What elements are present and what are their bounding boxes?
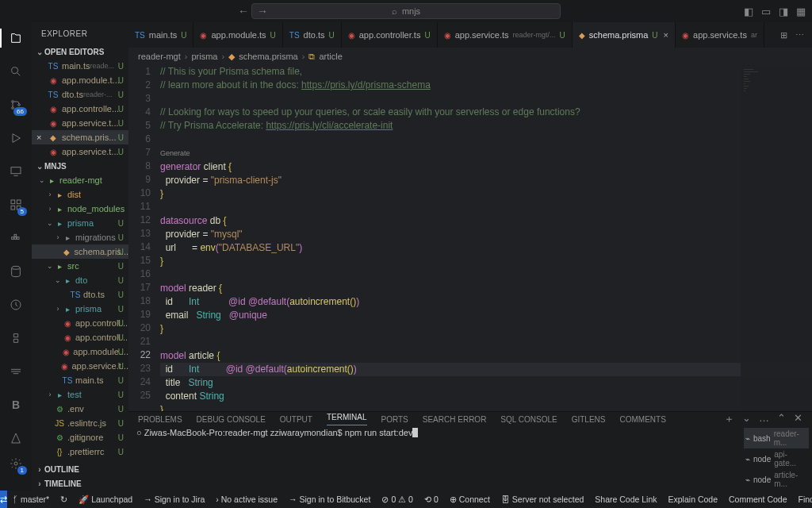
containers-icon[interactable]	[6, 362, 25, 381]
open-editor-item[interactable]: TSmain.ts reade...U	[32, 59, 128, 73]
terminal-instance[interactable]: ⌁ bash reader-m...	[744, 428, 809, 448]
settings-icon[interactable]: 1	[6, 454, 25, 473]
tree-item[interactable]: ◉app.controll...U	[32, 316, 128, 330]
open-editors-header[interactable]: ⌄OPEN EDITORS	[32, 44, 128, 59]
extensions-icon[interactable]: 5	[6, 195, 25, 214]
open-editor-item[interactable]: TSdto.ts reader-...U	[32, 87, 128, 102]
connect[interactable]: ⊕ Connect	[444, 495, 496, 504]
bitbucket-signin[interactable]: → Sign in to Bitbucket	[283, 495, 376, 504]
sync-button[interactable]: ↻	[55, 495, 73, 504]
terminal[interactable]: ○ Ziwas-MacBook-Pro:reader-mgt zziwaraym…	[128, 426, 741, 491]
layout-customize-icon[interactable]: ▦	[796, 6, 806, 17]
tree-item[interactable]: ◉nest-cli.jsonU	[32, 459, 128, 462]
tree-item[interactable]: TSmain.tsU	[32, 373, 128, 387]
tree-item[interactable]: ⌄▸dtoU	[32, 273, 128, 287]
breadcrumb[interactable]: reader-mgt› prisma› ◆schema.prisma› ⧉art…	[128, 48, 812, 65]
tree-item[interactable]: ◉app.controll...U	[32, 330, 128, 344]
panel-close-icon[interactable]: ✕	[794, 412, 802, 426]
open-editor-item[interactable]: ×◆schema.pris...U	[32, 130, 128, 144]
timeline-header[interactable]: ›TIMELINE	[32, 476, 128, 491]
explain-code[interactable]: Explain Code	[663, 495, 723, 504]
tree-item[interactable]: ›▸prismaU	[32, 302, 128, 316]
panel-tab[interactable]: TERMINAL	[327, 413, 367, 425]
tree-item[interactable]: ›▸dist	[32, 187, 128, 202]
compare-icon[interactable]: ⊞	[780, 30, 787, 40]
editor-tab[interactable]: TSmain.ts U	[128, 22, 193, 48]
editor-tab[interactable]: ◉app.controller.ts U	[342, 22, 438, 48]
atlassian-icon[interactable]	[6, 429, 25, 448]
open-editor-item[interactable]: ◉app.module.t...U	[32, 73, 128, 87]
tree-item[interactable]: ⌄▸reader-mgt	[32, 173, 128, 187]
tree-item[interactable]: ◉app.module....U	[32, 344, 128, 359]
remote-button[interactable]: ⇄	[0, 491, 7, 508]
panel-tab[interactable]: PROBLEMS	[138, 415, 182, 424]
server[interactable]: 🗄 Server not selected	[496, 495, 589, 504]
editor-tab[interactable]: ◉app.module.ts U	[193, 22, 282, 48]
debug-icon[interactable]	[6, 129, 25, 148]
bold-icon[interactable]: B	[6, 395, 25, 414]
editor-tab[interactable]: ◉app.service.ts reader-mgt/... U	[438, 22, 573, 48]
comment-code[interactable]: Comment Code	[723, 495, 793, 504]
tree-item[interactable]: ⚙.gitignoreU	[32, 430, 128, 444]
outline-header[interactable]: ›OUTLINE	[32, 462, 128, 476]
tree-item[interactable]: ⌄▸prismaU	[32, 216, 128, 230]
python-icon[interactable]	[6, 329, 25, 348]
minimap[interactable]: ▬▬▬▬▬▬▬▬▬▬▬▬▬▬▬▬▬▬▬▬▬▬▬▬▬▬▬▬▬▬▬▬▬▬▬	[741, 65, 812, 411]
panel-tab[interactable]: PORTS	[381, 415, 408, 424]
terminal-split-icon[interactable]: ⌄	[742, 412, 751, 426]
scm-icon[interactable]: 66	[6, 95, 25, 114]
project-header[interactable]: ⌄MNJS	[32, 159, 128, 173]
editor-tab[interactable]: ◉app.service.ts ar	[676, 22, 764, 48]
layout-secondary-icon[interactable]: ◨	[779, 6, 788, 17]
diagnostics[interactable]: ⊘ 0 ⚠ 0	[376, 495, 419, 504]
more-icon[interactable]: ⋯	[795, 30, 804, 40]
open-editor-item[interactable]: ◉app.service.t...U	[32, 116, 128, 130]
explorer-icon[interactable]	[6, 29, 25, 48]
tree-item[interactable]: ◆schema.pris...U	[32, 244, 128, 259]
panel-tab[interactable]: SQL CONSOLE	[500, 415, 557, 424]
tree-item[interactable]: ⌄▸srcU	[32, 259, 128, 273]
tree-item[interactable]: TSdto.tsU	[32, 287, 128, 302]
git-branch[interactable]: ᚶ master*	[7, 495, 55, 504]
layout-sidebar-icon[interactable]: ▭	[761, 6, 771, 17]
tree-item[interactable]: ›▸testU	[32, 387, 128, 402]
panel-tab[interactable]: DEBUG CONSOLE	[197, 415, 266, 424]
remote-explorer-icon[interactable]	[6, 162, 25, 181]
find-bugs[interactable]: Find Bugs	[793, 495, 812, 504]
nav-back-icon[interactable]: ←	[238, 5, 249, 17]
search-icon[interactable]	[6, 62, 25, 81]
docker-icon[interactable]	[6, 229, 25, 248]
tree-item[interactable]: ⚙.envU	[32, 402, 128, 416]
open-editor-item[interactable]: ◉app.controlle...U	[32, 102, 128, 116]
command-center[interactable]: ⌕mnjs	[251, 3, 561, 19]
panel-tab[interactable]: SEARCH ERROR	[423, 415, 487, 424]
no-issue[interactable]: › No active issue	[210, 495, 283, 504]
svg-rect-7	[11, 206, 15, 210]
launchpad[interactable]: 🚀 Launchpad	[73, 495, 138, 505]
database-icon[interactable]	[6, 262, 25, 281]
panel-tab[interactable]: COMMENTS	[619, 415, 665, 424]
timeline-icon[interactable]	[6, 295, 25, 314]
open-editor-item[interactable]: ◉app.service.t...U	[32, 144, 128, 159]
jira-signin[interactable]: → Sign in to Jira	[138, 495, 210, 504]
tree-item[interactable]: {}.prettierrcU	[32, 444, 128, 459]
tree-item[interactable]: ›▸node_modules	[32, 202, 128, 216]
terminal-new-icon[interactable]: ＋	[724, 412, 734, 426]
editor-tab[interactable]: ◆schema.prisma U×	[573, 22, 676, 48]
panel-tab[interactable]: GITLENS	[572, 415, 606, 424]
ports[interactable]: ⟲ 0	[419, 495, 444, 504]
terminal-instance[interactable]: ⌁ node article-m...	[744, 469, 809, 490]
tree-item[interactable]: JS.eslintrc.jsU	[32, 416, 128, 430]
tree-item[interactable]: ›▸migrationsU	[32, 230, 128, 244]
share-code[interactable]: Share Code Link	[589, 495, 662, 504]
terminal-instance[interactable]: ⌁ node api-gate...	[744, 448, 809, 469]
tree-item[interactable]: ◉app.service.t...U	[32, 359, 128, 373]
layout-panel-icon[interactable]: ◧	[744, 6, 753, 17]
activity-bar: 66 5 B 1	[0, 22, 32, 491]
editor[interactable]: 1234567891011121314151617181920212223242…	[128, 65, 812, 411]
editor-tab[interactable]: TSdto.ts U	[283, 22, 342, 48]
panel-tab[interactable]: OUTPUT	[280, 415, 312, 424]
panel-maximize-icon[interactable]: …	[759, 412, 769, 426]
nav-forward-icon[interactable]: →	[257, 5, 268, 17]
chevron-up-icon[interactable]: ⌃	[777, 412, 786, 426]
